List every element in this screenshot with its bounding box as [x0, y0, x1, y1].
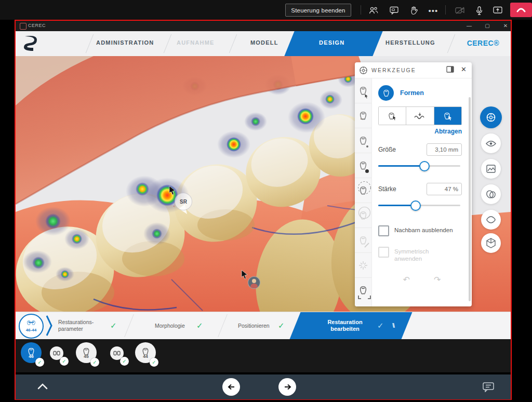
done-badge: ✓ — [60, 357, 69, 366]
glaetten-tool-button[interactable] — [406, 107, 434, 125]
tab-aufnahme[interactable]: AUFNAHME — [177, 39, 215, 46]
shade-icon[interactable] — [481, 184, 501, 204]
dentsply-sirona-logo — [22, 35, 37, 52]
window-title: CEREC — [28, 23, 46, 28]
section-label: Formen — [400, 89, 424, 97]
camera-off-icon[interactable] — [453, 4, 467, 17]
tooth-dots-icon[interactable]: ••• — [355, 103, 371, 128]
strength-label: Stärke — [378, 185, 396, 193]
tooth-pencil-icon[interactable] — [355, 228, 371, 253]
formen-tool-icon[interactable] — [378, 85, 394, 101]
close-button[interactable]: ✕ — [498, 21, 513, 31]
tooth-ring-icon[interactable] — [355, 203, 371, 228]
check-icon: ✓ — [377, 321, 384, 330]
size-slider[interactable] — [378, 161, 460, 170]
check-icon: ✓ — [196, 321, 203, 330]
tooth-cursor-icon[interactable] — [355, 78, 371, 103]
tools-panel: WERKZEUGE ✕ ••• — [355, 62, 472, 306]
chat-bubble-icon[interactable] — [482, 382, 495, 392]
undo-icon[interactable]: ↶ — [403, 275, 410, 285]
redo-icon[interactable]: ↷ — [434, 275, 441, 285]
remote-cursor-initials: SR — [175, 193, 192, 210]
jaw-arch-icon[interactable] — [481, 210, 501, 230]
check-icon: ✓ — [278, 321, 285, 330]
screen: Steuerung beenden ••• CEREC — [0, 0, 532, 402]
step-separator — [124, 314, 134, 337]
step-morphologie[interactable]: Morphologie — [155, 323, 185, 329]
hide-neighbors-checkbox[interactable] — [378, 225, 389, 236]
bottom-navigation-bar — [16, 374, 511, 399]
window-titlebar: CEREC — ▢ ✕ — [16, 21, 511, 31]
maximize-button[interactable]: ▢ — [480, 21, 495, 31]
tab-modell[interactable]: MODELL — [250, 39, 278, 46]
strength-slider[interactable] — [378, 200, 460, 210]
size-label: Größe — [378, 146, 396, 153]
tab-herstellung[interactable]: HERSTELLUNG — [385, 39, 435, 46]
more-icon[interactable]: ••• — [427, 4, 440, 17]
mic-icon[interactable] — [472, 4, 486, 17]
step-separator — [218, 314, 228, 337]
tools-view-button[interactable] — [480, 106, 502, 128]
end-control-button[interactable]: Steuerung beenden — [285, 4, 351, 17]
cerec-brand: CEREC® — [467, 39, 499, 47]
phase-navigation: ADMINISTRATION AUFNAHME MODELL DESIGN HE… — [16, 31, 511, 56]
badge-chevron-icon — [46, 315, 53, 336]
tab-design[interactable]: DESIGN — [319, 39, 344, 46]
divider — [361, 5, 361, 15]
participant-cursor-arrow — [241, 270, 250, 279]
symmetric-checkbox — [378, 247, 389, 258]
minimize-button[interactable]: — — [461, 21, 477, 31]
restoration-elements-bar: 46 ✓ ✓ 45 ✓ ✓ 44 ✓ — [16, 339, 511, 374]
abtragen-tool-button[interactable] — [434, 107, 461, 125]
sparkle-icon[interactable] — [355, 253, 371, 278]
size-value-field[interactable]: 3,10 mm — [427, 143, 462, 156]
tab-separator — [229, 34, 237, 53]
panel-scrollbar[interactable] — [469, 97, 471, 301]
tooth-bracket-icon[interactable] — [355, 278, 371, 302]
tooth-outline-icon[interactable] — [355, 128, 371, 153]
chevron-up-icon[interactable] — [37, 383, 48, 390]
hide-neighbors-label: Nachbarn ausblenden — [394, 225, 453, 234]
tool-options: Formen Abtragen Größe 3,10 mm — [372, 78, 472, 306]
dock-panel-icon[interactable] — [446, 66, 454, 73]
analysis-image-icon[interactable] — [481, 159, 501, 179]
anlegen-tool-button[interactable] — [379, 107, 406, 125]
prev-arrow-button[interactable] — [222, 378, 240, 396]
tooth-rotate-icon[interactable] — [355, 178, 371, 203]
model-cube-icon[interactable] — [481, 233, 501, 253]
size-slider-handle[interactable] — [419, 161, 430, 171]
tool-rail: ••• — [355, 78, 372, 306]
done-badge: ✓ — [120, 357, 129, 366]
participants-icon[interactable] — [367, 4, 380, 17]
done-badge: ✓ — [90, 358, 99, 367]
hang-up-button[interactable] — [510, 3, 532, 17]
main-area: SR WERKZEUGE ✕ — [16, 56, 511, 312]
tools-panel-title: WERKZEUGE — [371, 67, 416, 73]
meeting-control-bar: Steuerung beenden ••• — [0, 0, 532, 20]
divider — [445, 5, 446, 15]
close-panel-icon[interactable]: ✕ — [461, 65, 467, 73]
active-tool-label: Abtragen — [378, 128, 462, 135]
skip-chevron-icon[interactable]: \\ — [392, 321, 394, 329]
workflow-steps-bar: 46-44 Restaurations-parameter ✓ Morpholo… — [16, 312, 511, 339]
cerec-window: CEREC — ▢ ✕ ADMINISTRATION AUFNAHME MODE… — [15, 20, 512, 400]
next-arrow-button[interactable] — [278, 378, 296, 396]
tab-administration[interactable]: ADMINISTRATION — [96, 39, 154, 46]
step-restauration-bearbeiten[interactable]: Restaurationbearbeiten — [316, 319, 374, 332]
tab-separator — [447, 34, 456, 53]
strength-slider-handle[interactable] — [410, 200, 421, 211]
step-restaurationsparameter[interactable]: Restaurations-parameter — [58, 319, 94, 332]
step-positionieren[interactable]: Positionieren — [238, 323, 270, 329]
tooth-lock-icon[interactable] — [355, 153, 371, 178]
raise-hand-icon[interactable] — [407, 4, 420, 17]
remote-cursor-arrow — [169, 186, 178, 195]
chat-icon[interactable] — [387, 4, 401, 17]
cerec-app-icon — [20, 23, 26, 30]
view-options-eye-icon[interactable] — [481, 133, 501, 153]
tools-panel-header: WERKZEUGE ✕ — [355, 62, 472, 78]
strength-value-field[interactable]: 47 % — [427, 183, 462, 195]
share-screen-icon[interactable] — [491, 4, 504, 17]
restoration-badge[interactable]: 46-44 — [19, 314, 44, 339]
done-badge: ✓ — [150, 358, 158, 367]
done-badge: ✓ — [35, 358, 44, 367]
